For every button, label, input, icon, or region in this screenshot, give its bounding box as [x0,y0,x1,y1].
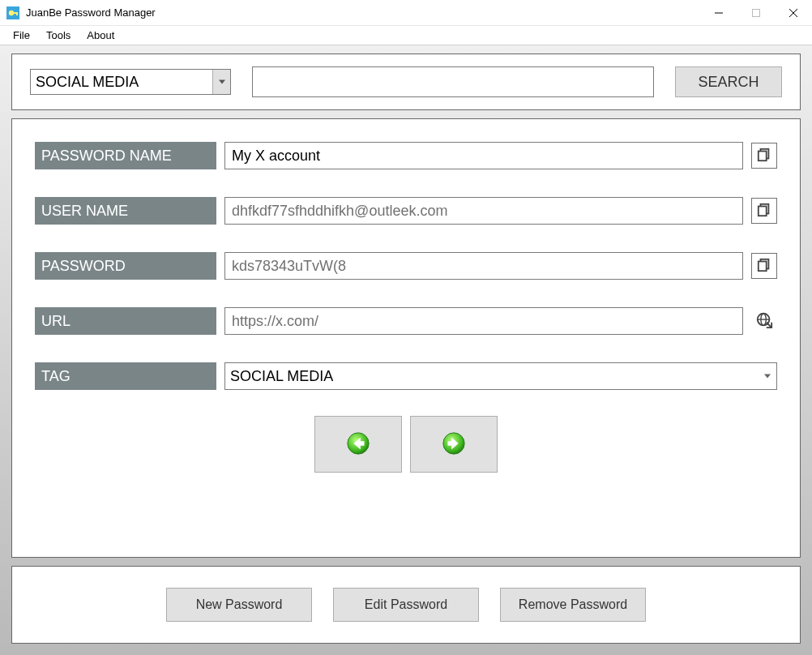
password-name-row: PASSWORD NAME [35,142,777,169]
tag-label: TAG [35,362,216,390]
copy-user-name-button[interactable] [751,198,777,224]
svg-rect-3 [16,12,18,15]
svg-rect-5 [753,9,760,16]
user-name-label: USER NAME [35,197,216,225]
actions-panel: New Password Edit Password Remove Passwo… [11,566,801,644]
new-password-button[interactable]: New Password [166,588,312,622]
remove-password-button[interactable]: Remove Password [500,588,646,622]
prev-record-button[interactable] [314,416,402,473]
client-area: SOCIAL MEDIA SEARCH PASSWORD NAME USER N… [0,45,812,655]
arrow-left-icon [346,431,370,458]
tag-select-value: SOCIAL MEDIA [225,368,333,385]
password-name-field[interactable] [224,142,743,169]
tag-row: TAG SOCIAL MEDIA [35,362,777,390]
close-button[interactable] [775,0,812,25]
menu-about[interactable]: About [79,27,122,44]
password-row: PASSWORD [35,252,777,280]
copy-password-name-button[interactable] [751,143,777,169]
titlebar: JuanBe Password Manager [0,0,812,26]
search-input[interactable] [252,66,654,97]
nav-row [35,416,777,473]
menu-tools[interactable]: Tools [38,27,79,44]
maximize-button [737,0,775,25]
window-title: JuanBe Password Manager [26,6,700,19]
copy-password-button[interactable] [751,253,777,279]
url-label: URL [35,307,216,335]
details-panel: PASSWORD NAME USER NAME PASSWORD [11,118,801,558]
window-controls [700,0,812,25]
category-select[interactable]: SOCIAL MEDIA [30,69,231,95]
globe-icon [755,311,773,332]
svg-rect-9 [759,151,767,161]
minimize-button[interactable] [700,0,737,25]
menu-file[interactable]: File [5,27,38,44]
next-record-button[interactable] [410,416,498,473]
category-select-value: SOCIAL MEDIA [31,74,139,91]
chevron-down-icon [759,363,776,389]
arrow-right-icon [442,431,466,458]
tag-select[interactable]: SOCIAL MEDIA [224,362,777,390]
copy-icon [757,258,771,275]
password-field[interactable] [224,252,743,280]
url-field[interactable] [224,307,743,335]
password-label: PASSWORD [35,252,216,280]
chevron-down-icon [212,70,230,94]
copy-icon [757,148,771,165]
app-icon [6,6,19,19]
user-name-field[interactable] [224,197,743,225]
copy-icon [757,203,771,220]
menubar: File Tools About [0,26,812,45]
edit-password-button[interactable]: Edit Password [333,588,479,622]
svg-rect-13 [759,261,767,271]
password-name-label: PASSWORD NAME [35,142,216,169]
search-button[interactable]: SEARCH [675,66,782,97]
url-row: URL [35,307,777,335]
open-url-button[interactable] [751,308,777,334]
user-name-row: USER NAME [35,197,777,225]
svg-rect-11 [759,206,767,216]
search-panel: SOCIAL MEDIA SEARCH [11,54,801,110]
